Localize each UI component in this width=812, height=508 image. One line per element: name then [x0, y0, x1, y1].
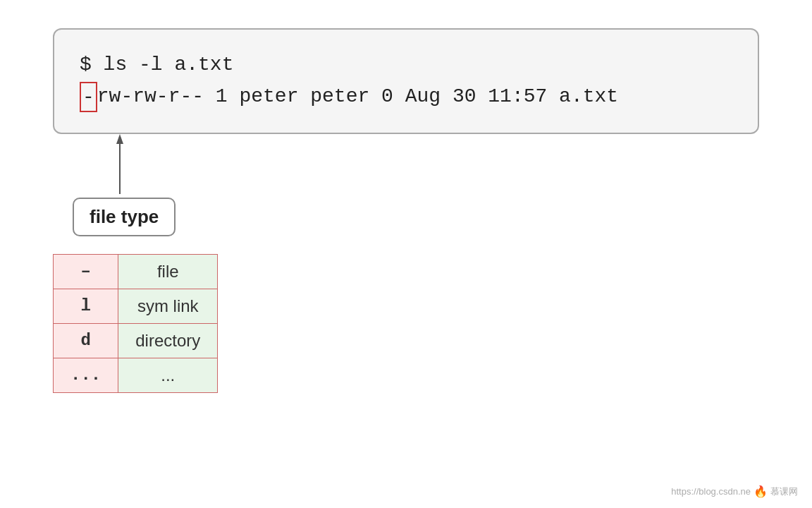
terminal-line2-rest: rw-rw-r-- 1 peter peter 0 Aug 30 11:57 a…	[97, 81, 618, 113]
table-cell-symbol: l	[54, 289, 118, 323]
terminal-box: $ ls -l a.txt -rw-rw-r-- 1 peter peter 0…	[53, 28, 759, 134]
table-row: lsym link	[54, 289, 218, 323]
table-row: ddirectory	[54, 323, 218, 358]
file-type-label: file type	[73, 198, 176, 236]
terminal-line-2: -rw-rw-r-- 1 peter peter 0 Aug 30 11:57 …	[80, 81, 732, 113]
flame-icon: 🔥	[753, 485, 768, 498]
table-cell-description: sym link	[118, 289, 218, 323]
watermark: https://blog.csdn.ne 🔥 慕课网	[671, 485, 798, 498]
watermark-site: 慕课网	[770, 485, 798, 498]
highlighted-char: -	[80, 82, 97, 112]
table-row: ......	[54, 358, 218, 392]
svg-marker-1	[116, 134, 123, 144]
table-cell-description: file	[118, 254, 218, 289]
table-cell-symbol: d	[54, 323, 118, 358]
arrow-svg	[116, 134, 123, 198]
table-cell-description: directory	[118, 323, 218, 358]
table-cell-symbol: –	[54, 254, 118, 289]
table-cell-description: ...	[118, 358, 218, 392]
file-type-text: file type	[90, 206, 159, 227]
table-cell-symbol: ...	[54, 358, 118, 392]
table-row: –file	[54, 254, 218, 289]
terminal-line-1: $ ls -l a.txt	[80, 49, 732, 81]
main-container: $ ls -l a.txt -rw-rw-r-- 1 peter peter 0…	[53, 28, 759, 393]
watermark-text: https://blog.csdn.ne	[671, 486, 751, 497]
annotation-area: file type	[53, 134, 759, 247]
file-type-table: –filelsym linkddirectory......	[53, 254, 218, 393]
